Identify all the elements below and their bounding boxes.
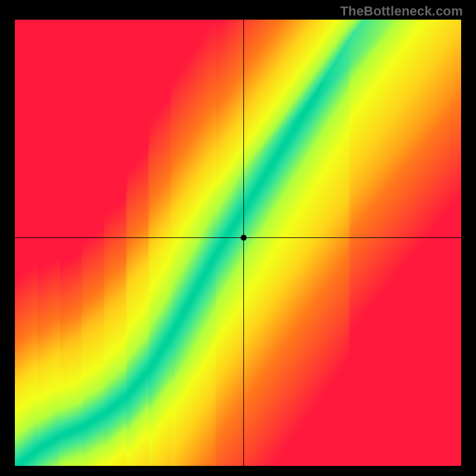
watermark-text: TheBottleneck.com [340, 4, 463, 19]
bottleneck-heatmap [15, 20, 461, 466]
chart-stage: { "watermark": "TheBottleneck.com", "plo… [0, 0, 476, 476]
